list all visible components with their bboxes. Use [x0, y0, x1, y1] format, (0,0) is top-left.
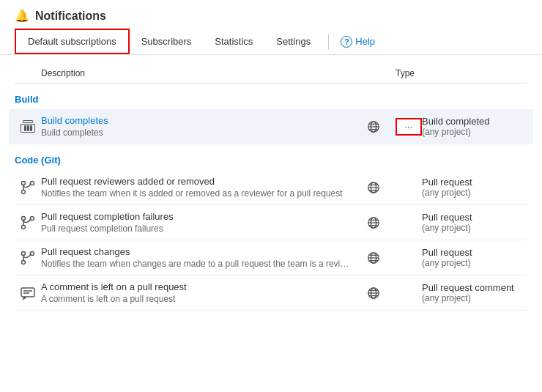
svg-point-5 [22, 181, 26, 185]
git-icon [15, 215, 41, 231]
type-main: Build completed [422, 116, 527, 127]
table-header: Description Type [15, 64, 527, 84]
type-main: Pull request [422, 177, 527, 188]
row-content: A comment is left on a pull request A co… [41, 281, 352, 304]
globe-icon [352, 286, 396, 300]
table-row: Pull request completion failures Pull re… [15, 205, 527, 240]
globe-icon [352, 120, 396, 133]
row-title: Pull request changes [41, 246, 352, 257]
row-type: Pull request (any project) [422, 212, 527, 233]
git-icon [15, 250, 41, 266]
row-subtitle: A comment is left on a pull request [41, 294, 352, 304]
tab-default-subscriptions[interactable]: Default subscriptions [15, 29, 130, 54]
row-subtitle: Notifies the team when it is added or re… [41, 188, 352, 199]
type-main: Pull request [422, 247, 527, 258]
tab-help[interactable]: ? Help [335, 30, 381, 53]
page-header: 🔔 Notifications [0, 0, 542, 23]
type-sub: (any project) [422, 223, 527, 233]
help-icon: ? [341, 36, 352, 48]
tab-bar: Default subscriptions Subscribers Statis… [0, 23, 542, 55]
row-subtitle: Pull request completion failures [41, 223, 352, 234]
git-icon [15, 180, 41, 196]
type-sub: (any project) [422, 258, 527, 268]
table-row: Pull request changes Notifies the team w… [15, 240, 527, 275]
section-label-build: Build [15, 84, 527, 109]
globe-icon [352, 216, 396, 229]
tab-divider [328, 34, 329, 49]
row-type: Pull request comment (any project) [422, 282, 527, 303]
content-area: Description Type Build Build completes B… [0, 55, 542, 319]
type-main: Pull request [422, 212, 527, 223]
ellipsis-button[interactable]: ··· [396, 118, 422, 136]
type-sub: (any project) [422, 293, 527, 303]
table-row: Build completes Build completes ··· Buil… [9, 109, 533, 144]
build-icon [15, 120, 41, 133]
row-content: Pull request reviewers added or removed … [41, 176, 352, 199]
help-label: Help [355, 36, 375, 47]
page-title: Notifications [35, 10, 106, 23]
header-type: Type [396, 68, 527, 78]
row-title: Pull request reviewers added or removed [41, 176, 352, 187]
globe-icon [352, 181, 396, 194]
svg-point-15 [22, 225, 26, 229]
row-type: Pull request (any project) [422, 177, 527, 198]
header-description: Description [41, 68, 352, 78]
row-subtitle: Notifies the team when changes are made … [41, 259, 352, 269]
bell-icon: 🔔 [15, 9, 29, 23]
type-sub: (any project) [422, 127, 527, 137]
table-row: Pull request reviewers added or removed … [15, 170, 527, 205]
comment-icon [15, 285, 41, 301]
tab-subscribers[interactable]: Subscribers [130, 30, 204, 53]
svg-point-21 [22, 251, 26, 255]
type-main: Pull request comment [422, 282, 527, 293]
row-content: Pull request completion failures Pull re… [41, 211, 352, 234]
table-row: A comment is left on a pull request A co… [15, 275, 527, 311]
tab-statistics[interactable]: Statistics [203, 30, 264, 53]
section-label-code: Code (Git) [15, 144, 527, 170]
row-subtitle: Build completes [41, 127, 352, 138]
svg-rect-29 [21, 288, 34, 297]
svg-point-13 [22, 216, 26, 220]
row-content: Pull request changes Notifies the team w… [41, 246, 352, 269]
svg-point-23 [22, 260, 26, 264]
svg-point-7 [22, 190, 26, 193]
globe-icon [352, 251, 396, 265]
type-sub: (any project) [422, 188, 527, 198]
row-type: Pull request (any project) [422, 247, 527, 268]
row-title[interactable]: Build completes [41, 115, 352, 126]
row-content: Build completes Build completes [41, 115, 352, 138]
row-title: Pull request completion failures [41, 211, 352, 222]
row-title: A comment is left on a pull request [41, 281, 352, 292]
row-type: Build completed (any project) [422, 116, 527, 137]
tab-settings[interactable]: Settings [264, 30, 322, 53]
